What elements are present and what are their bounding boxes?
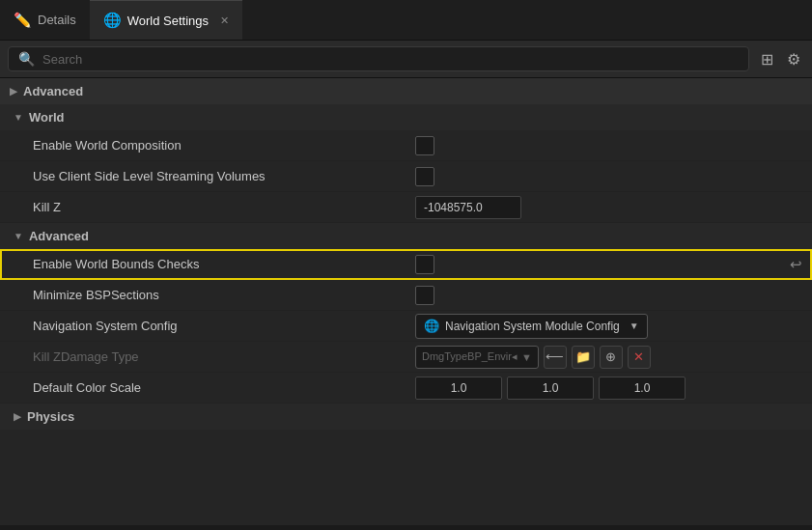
- enable-world-bounds-checks-checkbox[interactable]: [415, 255, 434, 274]
- tab-world-settings[interactable]: 🌐 World Settings ✕: [90, 0, 242, 40]
- section-advanced-label: Advanced: [29, 229, 89, 243]
- details-tab-label: Details: [38, 13, 76, 27]
- section-world-label: World: [29, 110, 65, 125]
- prop-kill-z: Kill Z: [0, 192, 812, 223]
- toolbar-icons: ⊞ ⚙: [757, 48, 804, 70]
- settings-button[interactable]: ⚙: [783, 48, 804, 70]
- prop-default-color-scale: Default Color Scale: [0, 373, 812, 404]
- kill-zdamage-browse-button[interactable]: 📁: [572, 346, 595, 369]
- kill-zdamage-add-button[interactable]: ⊕: [600, 346, 623, 369]
- chevron-advanced: ▼: [14, 231, 23, 241]
- reset-enable-world-bounds-checks-button[interactable]: ↩: [790, 256, 802, 273]
- enable-world-composition-value: [415, 136, 812, 155]
- color-scale-inputs: [415, 377, 686, 400]
- enable-world-bounds-checks-value: [415, 255, 790, 274]
- nav-dropdown-icon: 🌐: [424, 319, 439, 333]
- section-physics[interactable]: ▶ Physics: [0, 404, 812, 430]
- section-advanced[interactable]: ▼ Advanced: [0, 223, 812, 249]
- section-world[interactable]: ▼ World: [0, 104, 812, 130]
- prop-minimize-bsp: Minimize BSPSections: [0, 280, 812, 311]
- kill-zdamage-arrow: ▼: [521, 351, 532, 363]
- color-scale-r-input[interactable]: [415, 377, 502, 400]
- search-wrap: 🔍: [8, 46, 749, 71]
- enable-world-bounds-checks-label: Enable World Bounds Checks: [29, 251, 415, 277]
- kill-zdamage-dropdown-label: DmgTypeBP_Envir◂: [422, 350, 518, 363]
- kill-z-input[interactable]: [415, 196, 521, 219]
- section-advanced-top-label: Advanced: [23, 84, 83, 98]
- default-color-scale-value: [415, 377, 812, 400]
- enable-world-composition-checkbox[interactable]: [415, 136, 434, 155]
- minimize-bsp-checkbox[interactable]: [415, 286, 434, 305]
- kill-z-value: [415, 196, 812, 219]
- prop-enable-world-bounds-checks: Enable World Bounds Checks ↩: [0, 249, 812, 280]
- details-tab-icon: ✏️: [14, 12, 32, 29]
- kill-zdamage-type-label: Kill ZDamage Type: [29, 344, 415, 370]
- prop-use-client-side: Use Client Side Level Streaming Volumes: [0, 161, 812, 192]
- color-scale-b-input[interactable]: [599, 377, 686, 400]
- section-physics-label: Physics: [27, 409, 74, 424]
- world-settings-tab-icon: 🌐: [103, 12, 122, 29]
- prop-enable-world-composition: Enable World Composition: [0, 130, 812, 161]
- navigation-system-config-label: Navigation System Config: [29, 313, 415, 339]
- enable-world-composition-label: Enable World Composition: [29, 132, 415, 158]
- use-client-side-value: [415, 167, 812, 186]
- prop-kill-zdamage-type: Kill ZDamage Type DmgTypeBP_Envir◂ ▼ ⟵ 📁…: [0, 342, 812, 373]
- chevron-advanced-top: ▶: [10, 86, 17, 97]
- navigation-system-config-value: 🌐 Navigation System Module Config ▼: [415, 314, 812, 339]
- kill-z-label: Kill Z: [29, 194, 415, 220]
- navigation-system-config-dropdown[interactable]: 🌐 Navigation System Module Config ▼: [415, 314, 648, 339]
- kill-zdamage-remove-button[interactable]: ✕: [628, 346, 651, 369]
- default-color-scale-label: Default Color Scale: [29, 375, 415, 401]
- search-icon: 🔍: [18, 51, 35, 67]
- kill-zdamage-controls: DmgTypeBP_Envir◂ ▼ ⟵ 📁 ⊕ ✕: [415, 346, 651, 369]
- properties-panel: ▶ Advanced ▼ World Enable World Composit…: [0, 78, 812, 525]
- prop-navigation-system-config: Navigation System Config 🌐 Navigation Sy…: [0, 311, 812, 342]
- kill-zdamage-dropdown[interactable]: DmgTypeBP_Envir◂ ▼: [415, 346, 539, 369]
- use-client-side-label: Use Client Side Level Streaming Volumes: [29, 163, 415, 189]
- minimize-bsp-value: [415, 286, 812, 305]
- grid-view-button[interactable]: ⊞: [757, 48, 777, 70]
- chevron-world: ▼: [14, 112, 23, 123]
- kill-zdamage-back-button[interactable]: ⟵: [544, 346, 567, 369]
- use-client-side-checkbox[interactable]: [415, 167, 434, 186]
- color-scale-g-input[interactable]: [507, 377, 594, 400]
- minimize-bsp-label: Minimize BSPSections: [29, 282, 415, 308]
- nav-dropdown-label: Navigation System Module Config: [445, 320, 620, 333]
- world-settings-tab-label: World Settings: [127, 14, 209, 28]
- kill-zdamage-type-value: DmgTypeBP_Envir◂ ▼ ⟵ 📁 ⊕ ✕: [415, 346, 812, 369]
- search-bar: 🔍 ⊞ ⚙: [0, 41, 812, 78]
- tab-details[interactable]: ✏️ Details: [0, 0, 90, 40]
- search-input[interactable]: [42, 52, 739, 67]
- nav-dropdown-arrow: ▼: [630, 321, 639, 331]
- section-advanced-top[interactable]: ▶ Advanced: [0, 78, 812, 104]
- chevron-physics: ▶: [14, 411, 21, 422]
- tab-bar: ✏️ Details 🌐 World Settings ✕: [0, 0, 812, 41]
- world-settings-tab-close[interactable]: ✕: [220, 14, 229, 27]
